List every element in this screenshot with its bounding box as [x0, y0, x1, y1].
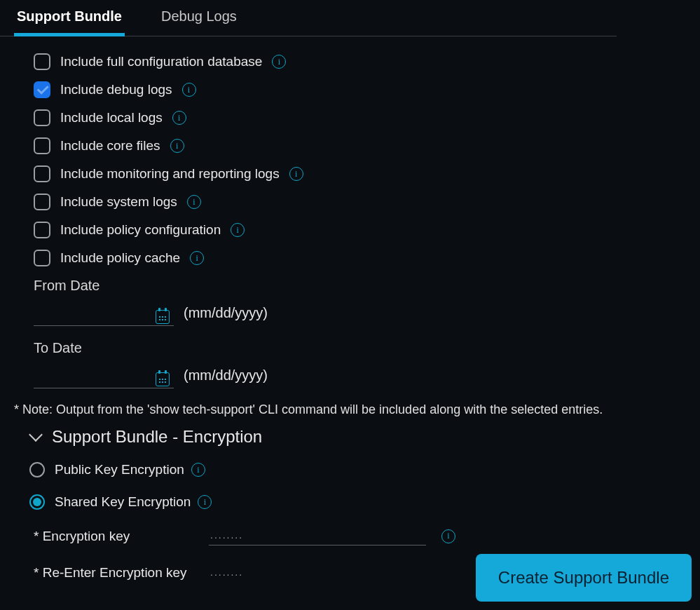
- support-bundle-panel: Include full configuration databaseInclu…: [0, 36, 700, 582]
- checkbox-label: Include policy cache: [60, 250, 180, 266]
- tabs-bar: Support Bundle Debug Logs: [0, 0, 617, 36]
- include-options-list: Include full configuration databaseInclu…: [34, 53, 686, 266]
- info-icon[interactable]: [289, 167, 303, 181]
- radio-shared-key[interactable]: [29, 494, 45, 510]
- from-date-section: From Date (mm/dd/yyyy): [34, 278, 686, 326]
- checkbox-label: Include monitoring and reporting logs: [60, 166, 280, 182]
- include-option-row: Include policy configuration: [34, 222, 686, 238]
- encryption-section-title: Support Bundle - Encryption: [52, 427, 262, 447]
- reenter-encryption-key-label: * Re-Enter Encryption key: [34, 565, 209, 581]
- to-date-section: To Date (mm/dd/yyyy): [34, 340, 686, 388]
- checkbox[interactable]: [34, 137, 50, 154]
- info-icon[interactable]: [272, 55, 286, 69]
- checkbox[interactable]: [34, 222, 50, 238]
- encryption-key-input[interactable]: [209, 527, 426, 545]
- checkbox[interactable]: [34, 250, 50, 266]
- include-option-row: Include core files: [34, 137, 686, 154]
- encryption-key-label: * Encryption key: [34, 529, 209, 544]
- info-icon[interactable]: [441, 529, 455, 543]
- from-date-format-hint: (mm/dd/yyyy): [184, 305, 268, 321]
- checkbox[interactable]: [34, 53, 50, 70]
- radio-shared-key-label: Shared Key Encryption: [55, 494, 191, 510]
- checkbox[interactable]: [34, 81, 50, 98]
- to-date-label: To Date: [34, 340, 686, 356]
- to-date-format-hint: (mm/dd/yyyy): [184, 367, 268, 384]
- to-date-input[interactable]: [34, 362, 174, 388]
- tab-support-bundle[interactable]: Support Bundle: [14, 6, 125, 36]
- radio-public-key[interactable]: [29, 462, 45, 477]
- include-option-row: Include full configuration database: [34, 53, 686, 70]
- checkbox-label: Include local logs: [60, 110, 163, 126]
- from-date-label: From Date: [34, 278, 686, 294]
- info-icon[interactable]: [187, 195, 201, 209]
- info-icon[interactable]: [182, 83, 196, 97]
- checkbox-label: Include policy configuration: [60, 222, 221, 238]
- info-icon[interactable]: [198, 495, 212, 509]
- include-option-row: Include debug logs: [34, 81, 686, 98]
- checkbox[interactable]: [34, 165, 50, 182]
- include-option-row: Include policy cache: [34, 250, 686, 266]
- radio-public-key-label: Public Key Encryption: [55, 462, 184, 477]
- info-icon[interactable]: [231, 223, 245, 237]
- note-text: * Note: Output from the 'show tech-suppo…: [14, 402, 686, 417]
- chevron-down-icon: [29, 428, 43, 442]
- include-option-row: Include monitoring and reporting logs: [34, 165, 686, 182]
- info-icon[interactable]: [191, 463, 205, 477]
- checkbox-label: Include core files: [60, 138, 160, 154]
- checkbox-label: Include full configuration database: [60, 54, 262, 69]
- create-support-bundle-button[interactable]: Create Support Bundle: [476, 554, 692, 602]
- include-option-row: Include local logs: [34, 109, 686, 126]
- info-icon[interactable]: [190, 251, 204, 265]
- info-icon[interactable]: [172, 111, 186, 125]
- checkbox[interactable]: [34, 194, 50, 210]
- encryption-radio-group: Public Key Encryption Shared Key Encrypt…: [29, 462, 686, 510]
- info-icon[interactable]: [170, 139, 184, 153]
- calendar-icon[interactable]: [156, 310, 170, 324]
- calendar-icon[interactable]: [156, 372, 170, 386]
- encryption-key-field: * Encryption key: [34, 527, 686, 545]
- checkbox-label: Include debug logs: [60, 82, 172, 97]
- tab-debug-logs[interactable]: Debug Logs: [158, 6, 240, 36]
- checkbox-label: Include system logs: [60, 194, 177, 210]
- checkbox[interactable]: [34, 109, 50, 126]
- from-date-input[interactable]: [34, 299, 174, 326]
- reenter-encryption-key-input[interactable]: [209, 564, 426, 582]
- include-option-row: Include system logs: [34, 194, 686, 210]
- encryption-section-toggle[interactable]: Support Bundle - Encryption: [31, 427, 686, 447]
